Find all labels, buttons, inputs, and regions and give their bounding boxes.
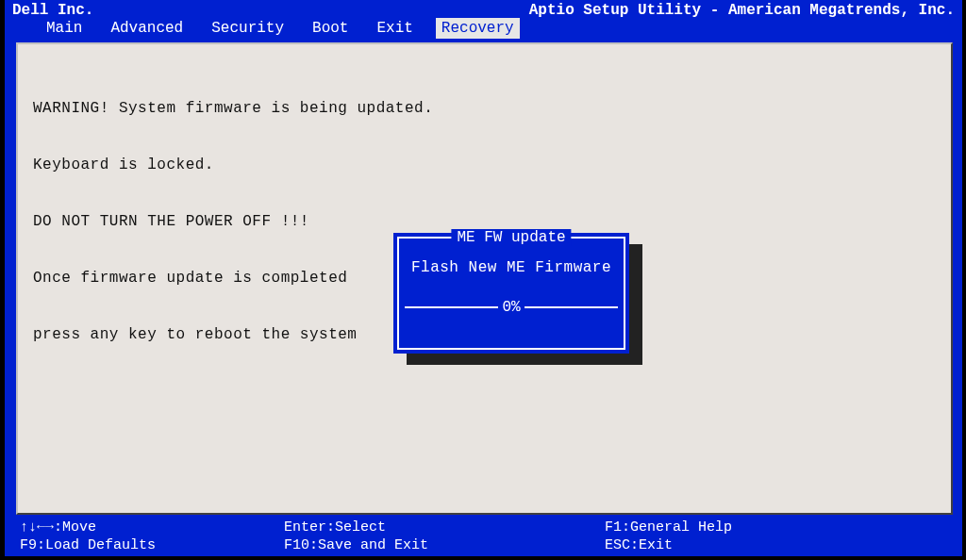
bios-screen: Dell Inc. Aptio Setup Utility - American… <box>5 0 962 556</box>
update-dialog: ME FW update Flash New ME Firmware 0% <box>393 233 629 354</box>
hint-save: F10:Save and Exit <box>284 537 605 553</box>
warning-line-3: DO NOT TURN THE POWER OFF !!! <box>33 212 936 231</box>
progress-row: 0% <box>405 299 618 316</box>
footer-bar: ↑↓←→:Move F9:Load Defaults Enter:Select … <box>5 517 962 556</box>
hint-help: F1:General Help <box>605 519 947 535</box>
vendor-label: Dell Inc. <box>12 2 93 19</box>
warning-line-2: Keyboard is locked. <box>33 156 936 174</box>
tab-security[interactable]: Security <box>206 18 290 39</box>
tab-advanced[interactable]: Advanced <box>105 18 189 39</box>
tab-boot[interactable]: Boot <box>307 18 354 39</box>
warning-line-1: WARNING! System firmware is being update… <box>33 99 936 118</box>
hint-exit: ESC:Exit <box>605 537 947 553</box>
hint-defaults: F9:Load Defaults <box>20 537 284 553</box>
tab-bar: Main Advanced Security Boot Exit Recover… <box>5 19 962 41</box>
dialog-title-wrap: ME FW update <box>451 229 571 246</box>
footer-col-3: F1:General Help ESC:Exit <box>605 519 947 554</box>
progress-line-right <box>525 306 618 308</box>
dialog-frame: ME FW update Flash New ME Firmware 0% <box>397 237 625 350</box>
utility-label: Aptio Setup Utility - American Megatrend… <box>529 2 955 19</box>
tab-main[interactable]: Main <box>41 18 88 39</box>
footer-col-2: Enter:Select F10:Save and Exit <box>284 519 605 554</box>
tab-exit[interactable]: Exit <box>371 18 418 39</box>
content-panel: WARNING! System firmware is being update… <box>16 42 953 515</box>
hint-select: Enter:Select <box>284 519 605 535</box>
hint-move: ↑↓←→:Move <box>20 519 284 535</box>
footer-col-1: ↑↓←→:Move F9:Load Defaults <box>20 519 284 554</box>
progress-line-left <box>405 306 498 308</box>
header-top: Dell Inc. Aptio Setup Utility - American… <box>5 0 962 19</box>
dialog-title: ME FW update <box>457 229 565 246</box>
progress-percent: 0% <box>498 299 524 316</box>
tab-recovery[interactable]: Recovery <box>436 18 520 39</box>
